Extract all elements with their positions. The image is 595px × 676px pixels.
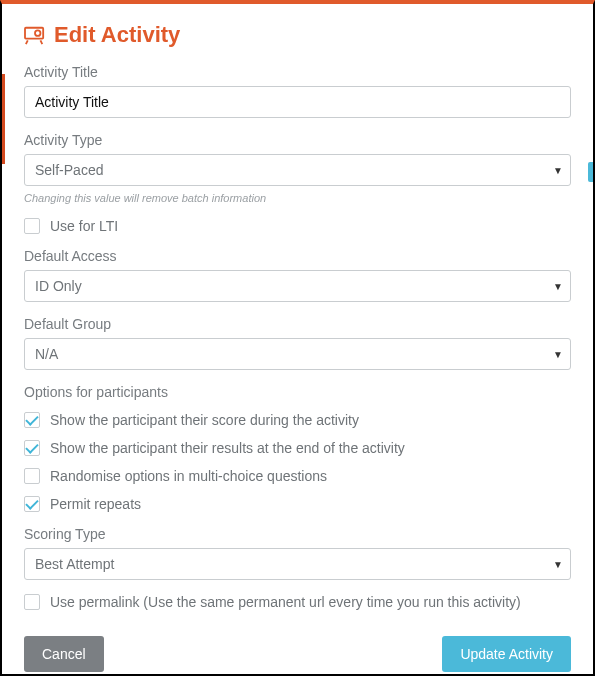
svg-line-2 — [26, 40, 28, 44]
svg-line-3 — [40, 40, 42, 44]
opt-show-results-label: Show the participant their results at th… — [50, 440, 405, 456]
cancel-button[interactable]: Cancel — [24, 636, 104, 672]
options-label: Options for participants — [24, 384, 571, 400]
activity-type-select[interactable]: Self-Paced — [24, 154, 571, 186]
activity-title-label: Activity Title — [24, 64, 571, 80]
scoring-type-select[interactable]: Best Attempt — [24, 548, 571, 580]
use-permalink-row[interactable]: Use permalink (Use the same permanent ur… — [24, 594, 571, 610]
opt-permit-repeats-row[interactable]: Permit repeats — [24, 496, 571, 512]
opt-show-results-checkbox[interactable] — [24, 440, 40, 456]
use-for-lti-label: Use for LTI — [50, 218, 118, 234]
scoring-type-select-wrap: Best Attempt ▼ — [24, 548, 571, 580]
opt-show-results-row[interactable]: Show the participant their results at th… — [24, 440, 571, 456]
opt-randomise-checkbox[interactable] — [24, 468, 40, 484]
use-for-lti-checkbox[interactable] — [24, 218, 40, 234]
scroll-indicator — [588, 162, 593, 182]
default-group-label: Default Group — [24, 316, 571, 332]
default-access-label: Default Access — [24, 248, 571, 264]
projector-icon — [24, 25, 46, 45]
opt-show-score-row[interactable]: Show the participant their score during … — [24, 412, 571, 428]
opt-randomise-label: Randomise options in multi-choice questi… — [50, 468, 327, 484]
modal-header: Edit Activity — [24, 22, 571, 48]
opt-permit-repeats-checkbox[interactable] — [24, 496, 40, 512]
options-section: Show the participant their score during … — [24, 412, 571, 512]
use-permalink-label: Use permalink (Use the same permanent ur… — [50, 594, 521, 610]
opt-permit-repeats-label: Permit repeats — [50, 496, 141, 512]
opt-show-score-label: Show the participant their score during … — [50, 412, 359, 428]
edit-activity-modal: Edit Activity Activity Title Activity Ty… — [2, 4, 593, 676]
use-for-lti-row[interactable]: Use for LTI — [24, 218, 571, 234]
scoring-type-label: Scoring Type — [24, 526, 571, 542]
default-group-select-wrap: N/A ▼ — [24, 338, 571, 370]
default-access-select[interactable]: ID Only — [24, 270, 571, 302]
default-access-select-wrap: ID Only ▼ — [24, 270, 571, 302]
modal-title: Edit Activity — [54, 22, 180, 48]
default-group-select[interactable]: N/A — [24, 338, 571, 370]
activity-type-label: Activity Type — [24, 132, 571, 148]
activity-type-select-wrap: Self-Paced ▼ — [24, 154, 571, 186]
activity-type-helper: Changing this value will remove batch in… — [24, 192, 571, 204]
update-activity-button[interactable]: Update Activity — [442, 636, 571, 672]
use-permalink-checkbox[interactable] — [24, 594, 40, 610]
activity-title-input[interactable] — [24, 86, 571, 118]
opt-randomise-row[interactable]: Randomise options in multi-choice questi… — [24, 468, 571, 484]
opt-show-score-checkbox[interactable] — [24, 412, 40, 428]
modal-footer: Cancel Update Activity — [24, 636, 571, 672]
svg-point-1 — [35, 30, 40, 35]
left-edge-accent — [2, 74, 5, 164]
